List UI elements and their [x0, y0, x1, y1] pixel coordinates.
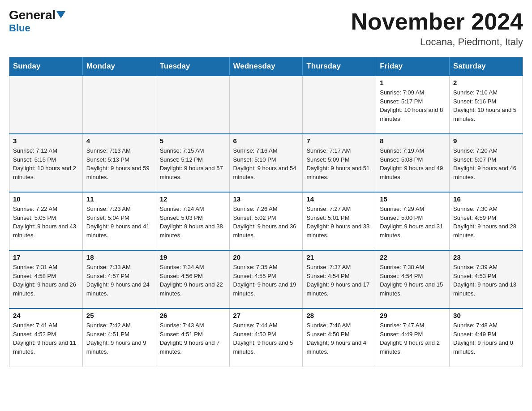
- table-row: 13Sunrise: 7:26 AMSunset: 5:02 PMDayligh…: [229, 192, 303, 250]
- table-row: 2Sunrise: 7:10 AMSunset: 5:16 PMDaylight…: [450, 76, 523, 134]
- calendar-week-row: 10Sunrise: 7:22 AMSunset: 5:05 PMDayligh…: [9, 192, 523, 250]
- calendar-week-row: 24Sunrise: 7:41 AMSunset: 4:52 PMDayligh…: [9, 308, 523, 367]
- title-block: November 2024 Locana, Piedmont, Italy: [351, 9, 523, 48]
- day-info: Sunrise: 7:29 AMSunset: 5:00 PMDaylight:…: [380, 205, 446, 240]
- day-number: 16: [453, 195, 519, 203]
- calendar-week-row: 3Sunrise: 7:12 AMSunset: 5:15 PMDaylight…: [9, 134, 523, 192]
- day-info: Sunrise: 7:09 AMSunset: 5:17 PMDaylight:…: [380, 88, 446, 123]
- table-row: 22Sunrise: 7:38 AMSunset: 4:54 PMDayligh…: [376, 250, 450, 308]
- day-info: Sunrise: 7:48 AMSunset: 4:49 PMDaylight:…: [453, 321, 519, 356]
- day-number: 23: [453, 253, 519, 261]
- day-info: Sunrise: 7:43 AMSunset: 4:51 PMDaylight:…: [160, 321, 226, 356]
- day-info: Sunrise: 7:44 AMSunset: 4:50 PMDaylight:…: [233, 321, 299, 356]
- logo-triangle-icon: [56, 10, 65, 19]
- day-number: 18: [86, 253, 152, 261]
- table-row: 20Sunrise: 7:35 AMSunset: 4:55 PMDayligh…: [229, 250, 303, 308]
- day-number: 29: [380, 312, 446, 319]
- day-info: Sunrise: 7:13 AMSunset: 5:13 PMDaylight:…: [86, 146, 152, 181]
- table-row: 6Sunrise: 7:16 AMSunset: 5:10 PMDaylight…: [229, 134, 303, 192]
- day-number: 3: [13, 137, 79, 145]
- day-number: 6: [233, 137, 299, 145]
- day-info: Sunrise: 7:20 AMSunset: 5:07 PMDaylight:…: [453, 146, 519, 181]
- table-row: 29Sunrise: 7:47 AMSunset: 4:49 PMDayligh…: [376, 308, 450, 367]
- day-number: 5: [160, 137, 226, 145]
- table-row: 19Sunrise: 7:34 AMSunset: 4:56 PMDayligh…: [156, 250, 229, 308]
- table-row: 26Sunrise: 7:43 AMSunset: 4:51 PMDayligh…: [156, 308, 229, 367]
- day-number: 12: [160, 195, 226, 203]
- day-number: 28: [306, 312, 372, 319]
- logo: General Blue: [9, 9, 65, 34]
- day-info: Sunrise: 7:15 AMSunset: 5:12 PMDaylight:…: [160, 146, 226, 181]
- calendar-week-row: 17Sunrise: 7:31 AMSunset: 4:58 PMDayligh…: [9, 250, 523, 308]
- table-row: 21Sunrise: 7:37 AMSunset: 4:54 PMDayligh…: [303, 250, 376, 308]
- table-row: 15Sunrise: 7:29 AMSunset: 5:00 PMDayligh…: [376, 192, 450, 250]
- day-number: 1: [380, 79, 446, 86]
- calendar-table: Sunday Monday Tuesday Wednesday Thursday…: [9, 57, 523, 367]
- table-row: [82, 76, 156, 134]
- month-title: November 2024: [351, 9, 523, 34]
- day-number: 2: [453, 79, 519, 86]
- calendar-header-row: Sunday Monday Tuesday Wednesday Thursday…: [9, 57, 523, 76]
- table-row: 24Sunrise: 7:41 AMSunset: 4:52 PMDayligh…: [9, 308, 83, 367]
- day-info: Sunrise: 7:42 AMSunset: 4:51 PMDaylight:…: [86, 321, 152, 356]
- col-sunday: Sunday: [9, 57, 83, 76]
- day-number: 15: [380, 195, 446, 203]
- day-info: Sunrise: 7:47 AMSunset: 4:49 PMDaylight:…: [380, 321, 446, 356]
- day-number: 19: [160, 253, 226, 261]
- day-info: Sunrise: 7:23 AMSunset: 5:04 PMDaylight:…: [86, 205, 152, 240]
- col-wednesday: Wednesday: [229, 57, 303, 76]
- table-row: 10Sunrise: 7:22 AMSunset: 5:05 PMDayligh…: [9, 192, 83, 250]
- day-number: 11: [86, 195, 152, 203]
- day-info: Sunrise: 7:26 AMSunset: 5:02 PMDaylight:…: [233, 205, 299, 240]
- table-row: 7Sunrise: 7:17 AMSunset: 5:09 PMDaylight…: [303, 134, 376, 192]
- page-header: General Blue November 2024 Locana, Piedm…: [9, 9, 523, 48]
- table-row: [156, 76, 229, 134]
- table-row: 25Sunrise: 7:42 AMSunset: 4:51 PMDayligh…: [82, 308, 156, 367]
- table-row: 14Sunrise: 7:27 AMSunset: 5:01 PMDayligh…: [303, 192, 376, 250]
- table-row: 8Sunrise: 7:19 AMSunset: 5:08 PMDaylight…: [376, 134, 450, 192]
- table-row: 28Sunrise: 7:46 AMSunset: 4:50 PMDayligh…: [303, 308, 376, 367]
- day-info: Sunrise: 7:41 AMSunset: 4:52 PMDaylight:…: [13, 321, 79, 356]
- col-monday: Monday: [82, 57, 156, 76]
- col-thursday: Thursday: [303, 57, 376, 76]
- day-info: Sunrise: 7:27 AMSunset: 5:01 PMDaylight:…: [306, 205, 372, 240]
- logo-general: General: [9, 9, 56, 21]
- table-row: 5Sunrise: 7:15 AMSunset: 5:12 PMDaylight…: [156, 134, 229, 192]
- table-row: 16Sunrise: 7:30 AMSunset: 4:59 PMDayligh…: [450, 192, 523, 250]
- day-number: 17: [13, 253, 79, 261]
- table-row: 23Sunrise: 7:39 AMSunset: 4:53 PMDayligh…: [450, 250, 523, 308]
- day-info: Sunrise: 7:17 AMSunset: 5:09 PMDaylight:…: [306, 146, 372, 181]
- day-number: 27: [233, 312, 299, 319]
- location: Locana, Piedmont, Italy: [351, 36, 523, 48]
- svg-marker-0: [56, 11, 65, 18]
- col-friday: Friday: [376, 57, 450, 76]
- day-number: 30: [453, 312, 519, 319]
- table-row: 9Sunrise: 7:20 AMSunset: 5:07 PMDaylight…: [450, 134, 523, 192]
- day-info: Sunrise: 7:34 AMSunset: 4:56 PMDaylight:…: [160, 263, 226, 298]
- col-saturday: Saturday: [450, 57, 523, 76]
- day-info: Sunrise: 7:38 AMSunset: 4:54 PMDaylight:…: [380, 263, 446, 298]
- day-number: 14: [306, 195, 372, 203]
- table-row: [9, 76, 83, 134]
- day-info: Sunrise: 7:19 AMSunset: 5:08 PMDaylight:…: [380, 146, 446, 181]
- day-info: Sunrise: 7:12 AMSunset: 5:15 PMDaylight:…: [13, 146, 79, 181]
- table-row: 4Sunrise: 7:13 AMSunset: 5:13 PMDaylight…: [82, 134, 156, 192]
- table-row: 3Sunrise: 7:12 AMSunset: 5:15 PMDaylight…: [9, 134, 83, 192]
- day-info: Sunrise: 7:37 AMSunset: 4:54 PMDaylight:…: [306, 263, 372, 298]
- day-number: 7: [306, 137, 372, 145]
- table-row: [229, 76, 303, 134]
- table-row: 30Sunrise: 7:48 AMSunset: 4:49 PMDayligh…: [450, 308, 523, 367]
- table-row: 12Sunrise: 7:24 AMSunset: 5:03 PMDayligh…: [156, 192, 229, 250]
- day-info: Sunrise: 7:22 AMSunset: 5:05 PMDaylight:…: [13, 205, 79, 240]
- day-number: 22: [380, 253, 446, 261]
- day-info: Sunrise: 7:35 AMSunset: 4:55 PMDaylight:…: [233, 263, 299, 298]
- day-number: 24: [13, 312, 79, 319]
- day-info: Sunrise: 7:46 AMSunset: 4:50 PMDaylight:…: [306, 321, 372, 356]
- table-row: 17Sunrise: 7:31 AMSunset: 4:58 PMDayligh…: [9, 250, 83, 308]
- calendar-week-row: 1Sunrise: 7:09 AMSunset: 5:17 PMDaylight…: [9, 76, 523, 134]
- day-number: 13: [233, 195, 299, 203]
- day-number: 26: [160, 312, 226, 319]
- day-info: Sunrise: 7:10 AMSunset: 5:16 PMDaylight:…: [453, 88, 519, 123]
- day-info: Sunrise: 7:39 AMSunset: 4:53 PMDaylight:…: [453, 263, 519, 298]
- table-row: 1Sunrise: 7:09 AMSunset: 5:17 PMDaylight…: [376, 76, 450, 134]
